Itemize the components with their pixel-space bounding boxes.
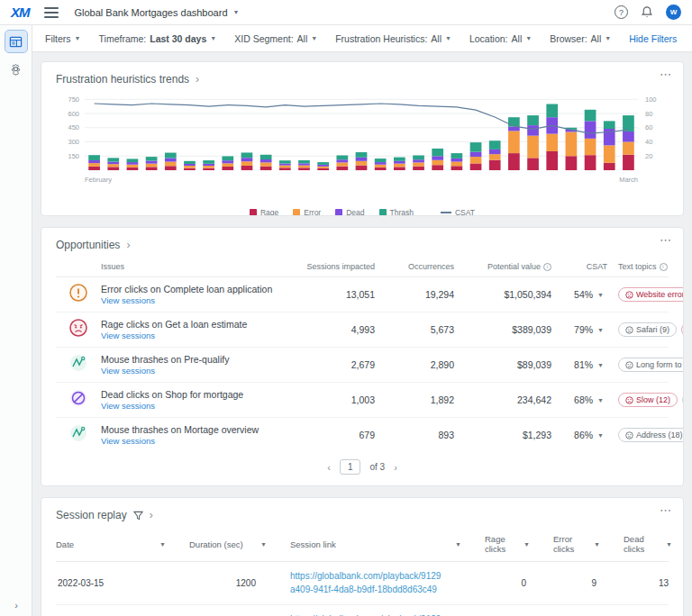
session-replay-title: Session replay: [56, 509, 127, 521]
topic-pill[interactable]: Address (18): [618, 428, 684, 442]
svg-text:March: March: [619, 176, 638, 184]
topic-pill[interactable]: Safari (9): [618, 322, 677, 337]
session-replay-options-menu[interactable]: ⋯: [660, 503, 672, 517]
chevron-down-icon: ▼: [75, 35, 81, 41]
issue-cell: Dead clicks on Shop for mortgageView ses…: [101, 389, 294, 411]
legend-label: Dead: [346, 208, 364, 216]
chevron-down-icon[interactable]: ▼: [159, 541, 166, 548]
legend-label: Rage: [260, 208, 278, 216]
csat-value-dropdown[interactable]: 68%▼: [551, 394, 607, 405]
csat-value-dropdown[interactable]: 54%▼: [551, 289, 607, 300]
topic-pill[interactable]: Slow (12): [618, 393, 678, 407]
view-sessions-link[interactable]: View sessions: [101, 366, 294, 376]
topic-pill[interactable]: Website error (32): [618, 287, 684, 302]
csat-value-dropdown[interactable]: 79%▼: [551, 324, 607, 335]
topic-pill[interactable]: Slow to load (49): [681, 322, 684, 337]
view-sessions-link[interactable]: View sessions: [101, 331, 294, 340]
view-sessions-link[interactable]: View sessions: [101, 401, 294, 411]
page-prev-button[interactable]: ‹: [327, 462, 331, 473]
chevron-down-icon[interactable]: ▼: [524, 541, 530, 548]
csat-value: 68%: [574, 394, 593, 405]
col-text-topics: Text topicsi: [607, 262, 669, 271]
svg-text:750: 750: [68, 95, 79, 104]
help-icon[interactable]: ?: [615, 5, 628, 19]
csat-value: 81%: [574, 359, 593, 370]
chevron-down-icon[interactable]: ▼: [594, 541, 600, 548]
potential-value: $1,050,394: [454, 289, 551, 300]
filter-chip-3[interactable]: Frustration Heuristics:All▼: [335, 33, 451, 44]
svg-text:600: 600: [68, 110, 79, 118]
filter-value: All: [431, 33, 442, 44]
session-replay-row: 2022-03-151200https://globalbank.com/pla…: [56, 562, 669, 605]
legend-item-dead: Dead: [335, 208, 364, 216]
col-issues: Issues: [101, 262, 294, 271]
svg-text:150: 150: [68, 152, 79, 160]
opportunities-options-menu[interactable]: ⋯: [660, 233, 672, 247]
opportunity-row: Mouse thrashes on Mortage overviewView s…: [56, 418, 669, 452]
opportunities-title: Opportunities: [56, 239, 120, 251]
potential-value: $1,293: [454, 430, 551, 440]
dead-clicks-icon: [68, 388, 88, 408]
svg-text:20: 20: [645, 152, 652, 160]
legend-item-thrash: Thrash: [379, 208, 414, 216]
legend-swatch: [250, 209, 257, 216]
page-number-box[interactable]: 1: [340, 459, 361, 475]
sr-col-rage-clicks: Rage clicks▼: [485, 534, 553, 554]
chevron-down-icon[interactable]: ▼: [455, 541, 461, 548]
chart-title: Frustration heuristics trends: [56, 73, 189, 86]
topic-pill-label: Safari (9): [636, 325, 669, 334]
issue-icon-cell: [56, 423, 101, 447]
filter-chip-1[interactable]: Timeframe:Last 30 days▼: [99, 33, 217, 44]
filter-chip-0[interactable]: Filters▼: [45, 33, 81, 44]
chevron-down-icon: ▼: [597, 327, 604, 333]
topic-pill-label: Slow (12): [636, 395, 670, 404]
csat-value-dropdown[interactable]: 81%▼: [551, 359, 607, 370]
session-replay-card: Session replay › ⋯ Date▼Duration (sec)▼S…: [41, 497, 684, 616]
dashboard-content: Frustration heuristics trends › ⋯ 150300…: [32, 52, 692, 616]
info-icon[interactable]: i: [543, 263, 551, 271]
dashboard-title-dropdown[interactable]: Global Bank Mortgages dashboard ▼: [75, 7, 240, 18]
sidebar-expand-button[interactable]: ›: [0, 600, 32, 611]
hamburger-menu-icon[interactable]: [44, 7, 59, 18]
chart-expand-caret[interactable]: ›: [196, 73, 199, 86]
bell-icon[interactable]: [641, 5, 653, 19]
view-sessions-link[interactable]: View sessions: [101, 436, 294, 446]
occurrences-value: 893: [375, 430, 454, 440]
legend-swatch: [335, 209, 342, 216]
legend-item-rage: Rage: [250, 208, 278, 216]
csat-value-dropdown[interactable]: 86%▼: [551, 430, 607, 440]
filter-chip-4[interactable]: Location:All▼: [469, 33, 532, 44]
session-replay-expand-caret[interactable]: ›: [150, 509, 153, 521]
chart-options-menu[interactable]: ⋯: [660, 68, 672, 81]
sidebar-item-settings[interactable]: [5, 58, 27, 79]
potential-value: $89,039: [454, 359, 551, 370]
col-sessions-impacted: Sessions impacted: [294, 262, 375, 271]
issue-title: Mouse thrashes on Pre-qualify: [101, 354, 294, 365]
topic-pill[interactable]: Popup (71): [682, 393, 684, 407]
legend-line-swatch: [441, 212, 451, 213]
issue-icon-cell: [56, 283, 101, 306]
filter-chip-2[interactable]: XID Segment:All▼: [234, 33, 317, 44]
info-icon[interactable]: i: [660, 263, 668, 271]
view-sessions-link[interactable]: View sessions: [101, 295, 294, 305]
page-next-button[interactable]: ›: [394, 462, 397, 473]
chevron-down-icon[interactable]: ▼: [260, 541, 267, 548]
issue-cell: Mouse thrashes on Pre-qualifyView sessio…: [101, 354, 294, 376]
csat-value: 79%: [574, 324, 593, 335]
topic-pill[interactable]: Long form to fill out (12): [618, 358, 684, 372]
hide-filters-link[interactable]: Hide Filters: [629, 33, 677, 44]
sr-session-link[interactable]: https://globalbank.com/playback/9129a409…: [290, 570, 445, 596]
opportunities-expand-caret[interactable]: ›: [126, 239, 130, 251]
filter-value: All: [591, 33, 602, 44]
filter-chip-5[interactable]: Browser:All▼: [550, 33, 611, 44]
chevron-down-icon[interactable]: ▼: [666, 541, 672, 548]
chevron-down-icon: ▼: [597, 362, 604, 368]
sr-duration: 1200: [189, 578, 290, 588]
filter-funnel-icon[interactable]: [133, 511, 143, 521]
text-topics-cell: Address (18)Loading (98): [607, 428, 684, 442]
left-sidebar: ›: [0, 25, 32, 616]
sessions-impacted-value: 13,051: [294, 289, 375, 300]
avatar[interactable]: W: [666, 5, 681, 20]
sidebar-item-dashboards[interactable]: [5, 31, 27, 52]
sessions-impacted-value: 1,003: [294, 394, 375, 405]
